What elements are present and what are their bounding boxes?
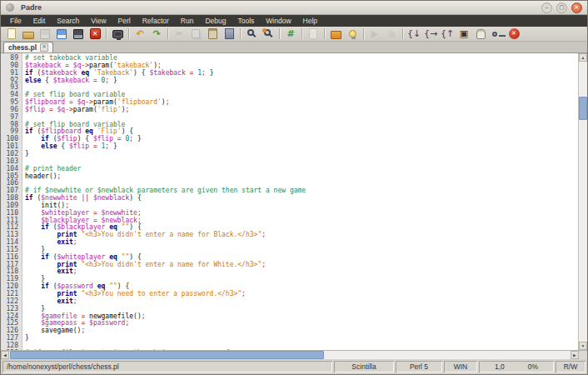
save-all-icon [73, 29, 83, 39]
close-file-button[interactable]: ✕ [87, 28, 103, 41]
toolbar-separator [363, 28, 364, 39]
status-readwrite: R/W [556, 361, 586, 372]
toolbar-separator [324, 28, 325, 39]
save-button[interactable] [37, 28, 53, 41]
open-in-file-browser-button[interactable] [109, 28, 126, 41]
menu-view[interactable]: View [85, 15, 112, 27]
play-icon: ▶ [371, 29, 378, 38]
show-value-button[interactable] [472, 28, 489, 41]
step-over-button[interactable]: {→ [422, 28, 439, 41]
status-mimetype: Perl 5 [396, 361, 442, 372]
save-all-button[interactable] [70, 28, 87, 41]
menu-search[interactable]: Search [51, 15, 85, 27]
select-all-button[interactable] [221, 28, 237, 41]
horizontal-scroll-track[interactable] [9, 351, 571, 359]
status-newline-type: WIN [444, 361, 477, 372]
copy-button[interactable] [187, 28, 204, 41]
code-line: else { $flip = 1; } [25, 143, 578, 151]
status-bar: /home/nonexyst/perl/chess/chess.pl Scint… [1, 359, 587, 374]
status-highlighter: Scintilla [334, 361, 394, 372]
new-file-icon [7, 28, 16, 39]
close-file-icon: ✕ [90, 28, 101, 39]
vertical-scroll-thumb[interactable] [579, 97, 587, 120]
comment-toggle-button[interactable]: # [282, 28, 299, 41]
quit-debugger-icon: ✕ [509, 28, 520, 39]
menu-file[interactable]: File [4, 15, 27, 27]
menu-run[interactable]: Run [175, 15, 200, 27]
minimize-button[interactable]: – [541, 2, 552, 13]
quit-debugger-button[interactable]: ✕ [506, 28, 522, 41]
find-button[interactable] [243, 28, 260, 41]
menu-window[interactable]: Window [260, 15, 296, 27]
horizontal-scrollbar[interactable]: ◀ ▶ [1, 350, 587, 359]
new-file-button[interactable] [3, 28, 20, 41]
run-script-button[interactable]: ▶ [366, 28, 383, 41]
gutter[interactable]: 8990919293949596979899100101102103104105… [1, 53, 22, 350]
menu-edit[interactable]: Edit [27, 15, 52, 27]
scissors-icon: ✂ [175, 29, 182, 38]
browse-directory-button[interactable] [327, 28, 344, 41]
close-button[interactable]: ✕ [571, 2, 582, 13]
save-as-button[interactable] [53, 28, 70, 41]
menu-debug[interactable]: Debug [199, 15, 232, 27]
code-line: exit; [25, 298, 578, 306]
scroll-left-arrow-icon[interactable]: ◀ [1, 351, 9, 359]
lightbulb-icon [349, 30, 356, 38]
menu-tools[interactable]: Tools [232, 15, 260, 27]
vertical-scrollbar[interactable]: ▲ ▼ [578, 53, 587, 350]
menu-perl[interactable]: Perl [112, 15, 137, 27]
scrollbar-corner [579, 351, 587, 359]
step-in-icon: {↓ [407, 29, 421, 38]
magnifier-replace-icon [264, 29, 271, 36]
step-in-button[interactable]: {↓ [406, 28, 422, 41]
code-line: header(); [25, 173, 578, 181]
save-icon [40, 29, 50, 39]
run-to-cursor-button[interactable]: ▣ [456, 28, 472, 41]
code-area[interactable]: # set takeback variable$takeback = $q->p… [22, 53, 578, 350]
key-icon [492, 32, 497, 37]
display-value-button[interactable] [489, 28, 506, 41]
redo-button[interactable]: ↷ [148, 28, 165, 41]
status-cursor-position: 1,0 [495, 362, 505, 371]
idea-button[interactable] [344, 28, 361, 41]
code-line [25, 158, 578, 166]
clipboard-icon [208, 28, 217, 39]
paste-button[interactable] [204, 28, 221, 41]
title-bar[interactable]: Padre – ▢ ✕ [1, 1, 587, 15]
undo-arrow-icon: ↶ [136, 29, 143, 38]
step-out-button[interactable]: {↑ [439, 28, 456, 41]
scroll-down-arrow-icon[interactable]: ▼ [579, 342, 587, 350]
step-out-icon: {↑ [441, 29, 454, 38]
undo-button[interactable]: ↶ [132, 28, 148, 41]
vertical-scroll-track[interactable] [579, 62, 587, 342]
toolbar-separator [128, 28, 129, 39]
maximize-button[interactable]: ▢ [556, 2, 567, 13]
document-stats-button[interactable] [305, 28, 321, 41]
code-line: exit; [25, 239, 578, 247]
scroll-up-arrow-icon[interactable]: ▲ [579, 53, 587, 62]
code-line: print "<h3>You didn't enter a name for B… [25, 232, 578, 239]
toolbar-separator [301, 28, 302, 39]
toolbar-separator [279, 28, 280, 39]
scroll-right-arrow-icon[interactable]: ▶ [571, 351, 579, 359]
tab-close-icon[interactable]: ✕ [40, 43, 48, 52]
status-scroll-percent: 0% [528, 362, 538, 371]
menu-refactor[interactable]: Refactor [137, 15, 175, 27]
toolbar-separator [167, 28, 168, 39]
cut-button[interactable]: ✂ [171, 28, 187, 41]
stop-button[interactable]: ● [383, 28, 400, 41]
toolbar-separator [106, 28, 107, 39]
tab-chess-pl[interactable]: chess.pl ✕ [3, 42, 53, 52]
code-line: print "<h3>You didn't enter a name for W… [25, 262, 578, 269]
menu-help[interactable]: Help [297, 15, 323, 27]
window-title: Padre [21, 3, 541, 12]
copy-icon [192, 29, 200, 38]
open-file-button[interactable] [20, 28, 37, 41]
toolbar-separator [402, 28, 403, 39]
horizontal-scroll-thumb[interactable] [10, 351, 324, 359]
code-line: $flip = $q->param('flip'); [25, 107, 578, 114]
replace-button[interactable] [260, 28, 277, 41]
padre-window: Padre – ▢ ✕ FileEditSearchViewPerlRefact… [0, 0, 588, 375]
code-line: exit; [25, 268, 578, 276]
padre-app-icon [6, 3, 14, 12]
